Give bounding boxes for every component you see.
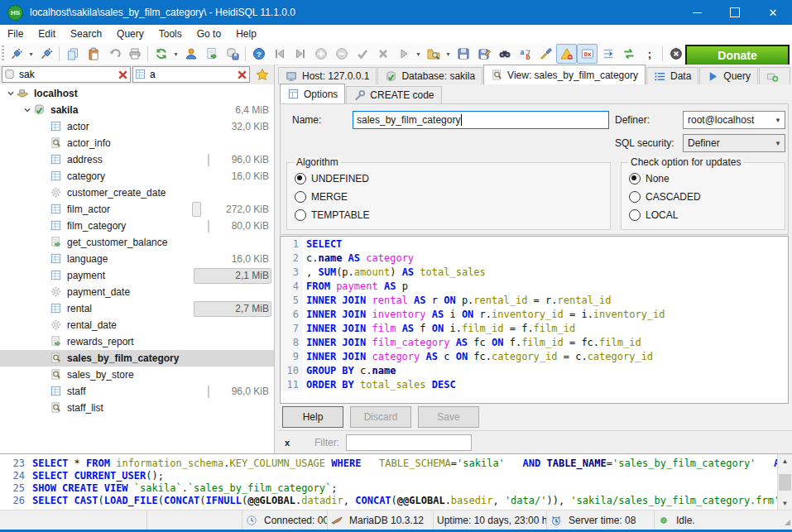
apply-icon[interactable] [352, 44, 372, 64]
menu-item-search[interactable]: Search [63, 26, 109, 42]
clear-filter-icon[interactable] [234, 68, 249, 81]
tab-data[interactable]: Data [646, 67, 698, 84]
menu-item-go-to[interactable]: Go to [190, 26, 228, 42]
refresh-icon[interactable] [151, 44, 171, 64]
replace-icon[interactable]: ab [515, 44, 535, 64]
tree-item-address[interactable]: address96,0 KiB [0, 151, 274, 168]
tree-item-film_actor[interactable]: film_actor272,0 KiB [0, 201, 274, 218]
view-name-input[interactable]: sales_by_film_category [353, 111, 609, 129]
tree-item-localhost[interactable]: localhost [0, 85, 274, 102]
clear-filter-icon[interactable] [115, 68, 130, 81]
stop-icon[interactable] [665, 44, 686, 64]
sql-log[interactable]: 23SELECT * FROM information_schema.KEY_C… [0, 453, 792, 510]
tree-item-payment[interactable]: payment2,1 MiB [0, 267, 274, 284]
open-search-icon[interactable] [423, 44, 444, 64]
table-filter-input[interactable] [17, 68, 115, 81]
scroll-thumb[interactable] [779, 474, 791, 491]
donate-button[interactable]: Donate [685, 45, 790, 66]
reformat-icon[interactable] [618, 44, 639, 64]
go-first-icon[interactable] [269, 44, 290, 64]
subtab-create-code[interactable]: CREATE code [346, 86, 441, 103]
radio-local[interactable]: LOCAL [622, 206, 785, 224]
indent-icon[interactable] [598, 44, 618, 64]
scroll-down-icon[interactable]: ▼ [778, 496, 792, 510]
cancel-icon[interactable] [372, 44, 393, 64]
tree-item-rental_date[interactable]: rental_date [0, 317, 274, 333]
print-icon[interactable] [124, 44, 145, 64]
subtab-options[interactable]: Options [280, 84, 345, 103]
filter-input[interactable] [346, 434, 472, 451]
tree-item-customer_create_date[interactable]: customer_create_date [0, 185, 274, 201]
tab-database-sakila[interactable]: Database: sakila [377, 67, 482, 84]
export-data-icon[interactable] [201, 44, 222, 64]
menu-item-query[interactable]: Query [109, 26, 151, 42]
copy-icon[interactable] [62, 44, 83, 64]
session-manager-icon[interactable] [6, 44, 26, 64]
save-icon[interactable] [453, 44, 473, 64]
tree-item-staff[interactable]: staff96,0 KiB [0, 383, 274, 400]
radio-merge[interactable]: MERGE [287, 188, 610, 206]
go-last-icon[interactable] [290, 44, 310, 64]
minimize-button[interactable] [678, 0, 716, 25]
run-icon[interactable] [393, 44, 414, 64]
scroll-up-icon[interactable]: ▲ [778, 454, 792, 467]
disconnect-icon[interactable] [36, 44, 56, 64]
favorites-star-icon[interactable] [253, 66, 271, 83]
tree-item-language[interactable]: language16,0 KiB [0, 251, 274, 267]
tree-item-get_customer_balance[interactable]: get_customer_balance [0, 234, 274, 251]
save-as-icon[interactable] [473, 44, 494, 64]
tab-query[interactable]: Query [699, 67, 758, 84]
open-search-dropdown-icon[interactable]: ▾ [444, 45, 453, 63]
add-row-icon[interactable] [310, 44, 331, 64]
close-button[interactable]: ✕ [754, 0, 792, 25]
tree-item-sales_by_film_category[interactable]: sales_by_film_category [0, 350, 274, 367]
hex-view-icon[interactable]: 0x [577, 44, 598, 64]
remove-row-icon[interactable] [331, 44, 352, 64]
menu-item-tools[interactable]: Tools [151, 26, 190, 42]
user-manager-icon[interactable] [180, 44, 201, 64]
paste-icon[interactable] [83, 44, 103, 64]
save-button[interactable]: Save [418, 406, 479, 428]
session-manager-dropdown-icon[interactable]: ▾ [26, 45, 36, 63]
menu-item-edit[interactable]: Edit [31, 26, 63, 42]
refresh-dropdown-icon[interactable]: ▾ [171, 45, 180, 63]
radio-temptable[interactable]: TEMPTABLE [287, 206, 610, 224]
chevron-down-icon[interactable] [22, 104, 33, 116]
definer-combobox[interactable]: root@localhost ▼ [683, 111, 785, 129]
sql-security-select[interactable]: Definer ▼ [683, 134, 785, 152]
save-data-icon[interactable] [222, 44, 242, 64]
radio-undefined[interactable]: UNDEFINED [287, 170, 610, 188]
close-filter-icon[interactable]: x [285, 438, 296, 448]
radio-none[interactable]: None [622, 170, 785, 188]
tree-item-rental[interactable]: rental2,7 MiB [0, 300, 274, 317]
view-select-code-editor[interactable]: 1SELECT2c.name AS category3, SUM(p.amoun… [280, 236, 789, 404]
tree-item-sales_by_store[interactable]: sales_by_store [0, 367, 274, 383]
format-brush-icon[interactable] [535, 44, 556, 64]
run-dropdown-icon[interactable]: ▾ [414, 45, 423, 63]
tree-item-actor_info[interactable]: actor_info [0, 135, 274, 151]
tree-item-film_category[interactable]: film_category80,0 KiB [0, 218, 274, 234]
discard-button[interactable]: Discard [350, 406, 411, 428]
help-icon[interactable]: ? [248, 44, 269, 64]
chevron-down-icon[interactable] [5, 88, 17, 99]
undo-icon[interactable] [103, 44, 124, 64]
tab-view-sales-by-film-category[interactable]: View: sales_by_film_category [483, 65, 646, 84]
find-icon[interactable] [494, 44, 515, 64]
tab-host-127-0-0-1[interactable]: Host: 127.0.0.1 [278, 67, 377, 84]
highlight-errors-icon[interactable] [556, 44, 577, 64]
radio-cascaded[interactable]: CASCADED [622, 188, 785, 206]
tree-item-sakila[interactable]: sakila6,4 MiB [0, 102, 274, 118]
tree-item-staff_list[interactable]: staff_list [0, 400, 274, 416]
tree-item-category[interactable]: category16,0 KiB [0, 168, 274, 185]
tree-item-actor[interactable]: actor32,0 KiB [0, 118, 274, 135]
resize-grip[interactable]: ◢ [785, 518, 790, 526]
tree-item-rewards_report[interactable]: rewards_report [0, 333, 274, 350]
tab-add[interactable] [759, 67, 790, 84]
maximize-button[interactable] [716, 0, 754, 25]
delimiter-icon[interactable]: ; [639, 44, 660, 64]
help-button[interactable]: Help [282, 406, 343, 428]
menu-item-help[interactable]: Help [228, 26, 264, 42]
tree-item-payment_date[interactable]: payment_date [0, 284, 274, 300]
menu-item-file[interactable]: File [0, 26, 31, 42]
column-filter-input[interactable] [148, 68, 234, 81]
